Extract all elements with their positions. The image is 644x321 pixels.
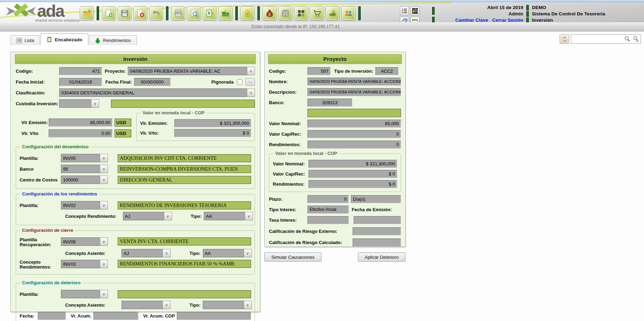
chevron-down-icon[interactable]: ∨ xyxy=(245,212,253,220)
lock-icon xyxy=(243,9,252,18)
search-icon[interactable] xyxy=(624,35,631,43)
cop-vlr-emision-field[interactable]: $ 321,300,000 xyxy=(174,119,251,127)
cierre-group: Configuración de cierre Plantilla Recupe… xyxy=(16,230,255,274)
delete-button[interactable] xyxy=(133,6,147,20)
cierre-tipo-select[interactable]: AA∨ xyxy=(203,249,252,257)
refresh-button[interactable] xyxy=(560,34,569,44)
money-bag-button[interactable]: $ xyxy=(263,6,277,20)
users-icon xyxy=(344,9,353,18)
print-button[interactable] xyxy=(171,6,185,20)
chevron-down-icon[interactable]: ∨ xyxy=(100,290,108,298)
cierre-plantilla-desc: VENTA INV CTA. CORRIENTE xyxy=(118,237,251,245)
tipo-inversion-field: ACC2 xyxy=(375,67,399,75)
rendimientos-plantilla-select[interactable]: INV02∨ xyxy=(61,201,108,209)
desembolso-plantilla-desc: ADQUISICION INV CDT CTA. CORRIENTE xyxy=(118,154,251,162)
deterioro-concepto-asiento-select[interactable]: ∨ xyxy=(122,301,171,309)
chevron-down-icon[interactable]: ∨ xyxy=(247,67,255,75)
chevron-down-icon[interactable]: ∨ xyxy=(100,176,108,184)
chevron-down-icon[interactable]: ∨ xyxy=(244,301,252,309)
chevron-down-icon[interactable]: ∨ xyxy=(164,212,172,220)
tasa-interes-field[interactable] xyxy=(307,216,349,224)
fecha-emision-field[interactable] xyxy=(354,216,401,224)
chevron-down-icon[interactable]: ∨ xyxy=(162,301,171,309)
deterioro-vr-acum-field[interactable] xyxy=(94,312,138,320)
search-area xyxy=(560,34,641,44)
chevron-down-icon[interactable]: ∨ xyxy=(100,201,108,209)
users-button[interactable] xyxy=(341,6,355,20)
descripcion-label: Descripcion: xyxy=(269,90,305,95)
palette-grid-button[interactable] xyxy=(410,6,420,15)
clasificacion-select[interactable]: 0304003 DESTINACION GENERAL∨ xyxy=(59,88,255,97)
custodia-select[interactable]: ∨ xyxy=(59,99,99,108)
chevron-down-icon[interactable]: ∨ xyxy=(100,237,108,246)
desembolso-group-title: Configuración del desembolso xyxy=(20,144,90,149)
cop-vlr-vto-field[interactable]: $ 0 xyxy=(174,129,251,137)
excel-export-icon: X xyxy=(205,9,214,18)
modules-button[interactable] xyxy=(294,6,308,20)
rendimientos-tipo-select[interactable]: AA∨ xyxy=(204,212,253,220)
payments-button[interactable] xyxy=(326,6,340,20)
cierre-concepto-asiento-select[interactable]: AJ∨ xyxy=(122,249,171,257)
chevron-down-icon[interactable]: ∨ xyxy=(100,165,108,173)
vlr-vto-field[interactable]: 0.00 xyxy=(49,129,112,137)
chevron-down-icon[interactable]: ∨ xyxy=(247,88,255,97)
proyecto-panel-title: Proyecto xyxy=(268,54,402,63)
tab-encabezado[interactable]: Encabezado xyxy=(41,34,88,45)
cop-valor-cap-label: Valor Cap/Rec: xyxy=(273,171,306,177)
aplicar-deterioro-button[interactable]: Aplicar Deterioro xyxy=(358,252,406,262)
desembolso-plantilla-select[interactable]: INV05∨ xyxy=(61,154,108,162)
lock-button[interactable] xyxy=(241,6,255,20)
logo-tagline: shared services solutions xyxy=(35,18,85,22)
new-button[interactable] xyxy=(102,6,116,20)
vlr-emision-field[interactable]: 85,000.00 xyxy=(49,119,112,127)
open-button[interactable] xyxy=(80,6,94,20)
undo-button[interactable] xyxy=(149,6,163,20)
chevron-down-icon[interactable]: ∨ xyxy=(91,99,99,108)
pignorada-checkbox[interactable] xyxy=(237,79,242,85)
tab-lista[interactable]: Lista xyxy=(11,35,40,45)
cop-vlr-emision-label: Vlr. Emisión: xyxy=(140,121,172,126)
deterioro-fecha-field[interactable] xyxy=(38,312,66,320)
save-button[interactable] xyxy=(118,6,132,20)
fecha-inicial-field[interactable]: 01/04/2019 xyxy=(59,78,102,86)
cierre-plantilla-select[interactable]: INV08∨ xyxy=(61,237,108,246)
tipo-interes-field: Efectivo Anual xyxy=(307,206,349,214)
desembolso-plantilla-label: Plantilla: xyxy=(20,156,59,161)
chevron-down-icon[interactable]: ∨ xyxy=(100,260,108,268)
logout-link[interactable]: Cerrar Sesión xyxy=(492,17,523,23)
chevron-down-icon[interactable]: ∨ xyxy=(162,249,171,257)
desembolso-group: Configuración del desembolso Plantilla: … xyxy=(16,147,255,189)
plazo-unit-field: Día(s) xyxy=(351,195,401,203)
advanced-search-icon[interactable] xyxy=(632,35,639,43)
proyecto-select[interactable]: 04/06/2020 PRUEBA RENTA VARIABLE: AC∨ xyxy=(128,67,255,75)
chevron-down-icon[interactable]: ∨ xyxy=(244,249,252,257)
preview-button[interactable] xyxy=(187,6,201,20)
desembolso-centro-select[interactable]: 100000∨ xyxy=(61,176,108,184)
excel-export-button[interactable]: X xyxy=(203,6,217,20)
chevron-down-icon[interactable]: ∨ xyxy=(100,154,108,162)
deterioro-tipo-select[interactable]: ∨ xyxy=(203,301,252,309)
menu-list-button[interactable] xyxy=(400,6,409,15)
tab-rendimientos[interactable]: $ Rendimientos xyxy=(89,35,137,45)
simular-causaciones-button[interactable]: Simular Causaciones xyxy=(264,252,321,262)
import-button[interactable] xyxy=(219,6,233,20)
safe-button[interactable] xyxy=(278,6,292,20)
palette-grid-icon xyxy=(411,7,418,14)
deterioro-plantilla-select[interactable]: ∨ xyxy=(61,290,108,298)
desembolso-banco-select[interactable]: 95∨ xyxy=(61,165,108,173)
codigo-field[interactable]: 471 xyxy=(59,67,102,75)
cierre-tipo-label: Tipo: xyxy=(189,251,201,256)
new-document-icon xyxy=(104,9,113,18)
concepto-rendimiento-select[interactable]: AJ∨ xyxy=(123,212,172,220)
change-password-link[interactable]: Cambiar Clave xyxy=(455,17,488,23)
toolbar-separator xyxy=(97,6,99,20)
cart-button[interactable] xyxy=(310,6,324,20)
cierre-concepto-rendimientos-select[interactable]: INV03∨ xyxy=(61,260,108,268)
pignorada-label: Pignorada xyxy=(211,79,234,85)
fecha-final-field[interactable]: 00/00/0000 xyxy=(134,78,171,86)
deterioro-vr-acum-cop-field[interactable] xyxy=(177,312,251,320)
desembolso-centro-label: Centro de Costos xyxy=(20,177,59,183)
safe-icon xyxy=(281,9,290,18)
fecha-inicial-label: Fecha Inicial: xyxy=(16,79,57,85)
more-options-button[interactable]: ... xyxy=(245,78,255,86)
